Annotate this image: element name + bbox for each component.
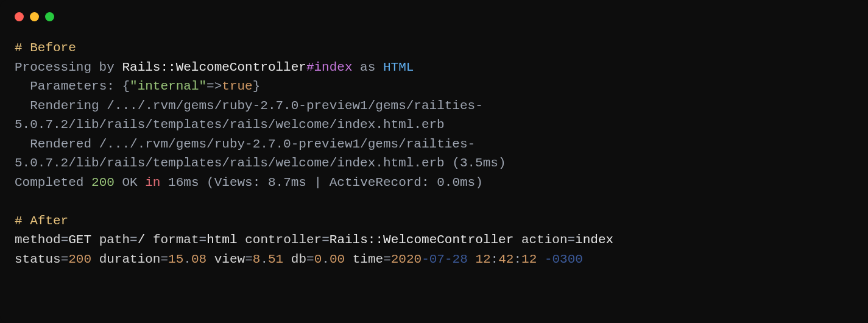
value-controller: Rails::WelcomeController — [330, 233, 513, 247]
sp — [513, 233, 521, 247]
minimize-icon[interactable] — [30, 12, 39, 21]
time-month-day: -07-28 — [422, 252, 468, 266]
path-segment: 5.0.7.2/lib/rails/templates/rails/welcom… — [15, 118, 445, 132]
key-path: path — [99, 233, 130, 247]
parameters-label: Parameters: — [30, 79, 122, 93]
sp — [238, 233, 245, 247]
in-keyword: in — [145, 176, 160, 190]
sp — [537, 252, 545, 266]
eq: = — [383, 252, 391, 266]
duration-text: 16ms — [160, 176, 206, 190]
blank-line — [15, 192, 853, 211]
value-format: html — [206, 233, 237, 247]
eq: = — [130, 233, 138, 247]
close-icon[interactable] — [15, 12, 24, 21]
eq: = — [160, 252, 168, 266]
eq: = — [322, 233, 330, 247]
arrow: => — [206, 79, 222, 93]
value-view-int: 8 — [253, 252, 261, 266]
colon: : — [513, 252, 521, 266]
colon: : — [491, 252, 499, 266]
hash: # — [306, 60, 314, 74]
sp — [345, 252, 353, 266]
value-path: / — [138, 233, 146, 247]
key-method: method — [15, 233, 61, 247]
key-time: time — [353, 252, 383, 266]
rendered-label: Rendered — [30, 137, 99, 151]
brace-open: { — [122, 79, 130, 93]
time-year: 2020 — [391, 252, 422, 266]
eq: = — [61, 252, 69, 266]
brace-close: } — [253, 79, 261, 93]
sp — [91, 233, 99, 247]
value-view-frac: 51 — [268, 252, 283, 266]
indent — [15, 79, 30, 93]
dot: . — [183, 252, 191, 266]
eq: = — [306, 252, 314, 266]
sp — [145, 233, 153, 247]
window-controls — [15, 12, 853, 21]
value-method: GET — [68, 233, 91, 247]
sp — [468, 252, 476, 266]
dot: . — [322, 252, 330, 266]
path-segment: /.../.rvm/gems/ruby-2.7.0-preview1/gems/… — [107, 99, 483, 113]
value-status: 200 — [68, 252, 91, 266]
key-view: view — [214, 252, 245, 266]
key-status: status — [15, 252, 61, 266]
status-code: 200 — [91, 176, 115, 190]
timezone: -0300 — [545, 252, 583, 266]
sp — [206, 252, 214, 266]
value-db-frac: 00 — [330, 252, 345, 266]
terminal-window: # Before Processing by Rails::WelcomeCon… — [0, 0, 868, 323]
sp — [91, 252, 99, 266]
key-format: format — [153, 233, 199, 247]
time-minute: 42 — [498, 252, 513, 266]
dot: . — [260, 252, 268, 266]
eq: = — [199, 233, 207, 247]
value-action: index — [575, 233, 613, 247]
time-hour: 12 — [475, 252, 490, 266]
path-segment: /.../.rvm/gems/ruby-2.7.0-preview1/gems/… — [99, 137, 476, 151]
value-db-int: 0 — [314, 252, 322, 266]
ok-label: OK — [115, 176, 145, 190]
eq: = — [245, 252, 253, 266]
comment-before: # Before — [15, 41, 76, 55]
as-label: as — [353, 60, 383, 74]
terminal-output: # Before Processing by Rails::WelcomeCon… — [15, 38, 853, 269]
key-db: db — [291, 252, 306, 266]
completed-label: Completed — [15, 176, 91, 190]
indent — [15, 99, 30, 113]
comment-after: # After — [15, 214, 68, 228]
sp — [283, 252, 291, 266]
value-duration-int: 15 — [168, 252, 183, 266]
action-name: index — [314, 60, 353, 74]
rendering-label: Rendering — [30, 99, 107, 113]
param-value: true — [222, 79, 252, 93]
controller-name: Rails::WelcomeController — [122, 60, 306, 74]
path-segment: 5.0.7.2/lib/rails/templates/rails/welcom… — [15, 156, 506, 170]
key-controller: controller — [245, 233, 322, 247]
time-second: 12 — [521, 252, 537, 266]
log-line: Processing by — [15, 60, 122, 74]
key-action: action — [521, 233, 568, 247]
indent — [15, 137, 30, 151]
param-key: "internal" — [130, 79, 206, 93]
key-duration: duration — [99, 252, 161, 266]
maximize-icon[interactable] — [45, 12, 54, 21]
eq: = — [568, 233, 576, 247]
format-value: HTML — [383, 60, 414, 74]
value-duration-frac: 08 — [191, 252, 206, 266]
eq: = — [61, 233, 69, 247]
timing-details: (Views: 8.7ms | ActiveRecord: 0.0ms) — [206, 176, 483, 190]
